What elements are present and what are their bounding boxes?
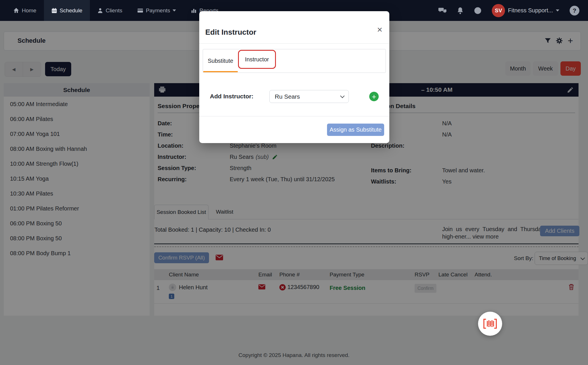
chevron-down-icon: [173, 9, 176, 11]
divider: [199, 43, 389, 44]
barcode-scan-fab[interactable]: [478, 312, 502, 336]
account-name: Fitness Support...: [508, 7, 553, 14]
nav-home-label: Home: [22, 7, 36, 14]
chevron-down-icon: [556, 9, 559, 11]
nav-schedule-label: Schedule: [60, 7, 82, 14]
barcode-icon: [483, 319, 497, 329]
divider: [199, 116, 389, 116]
nav-payments[interactable]: Payments: [130, 0, 183, 21]
home-icon: [13, 7, 19, 13]
modal-title: Edit Instructor: [205, 28, 256, 37]
person-icon: [97, 8, 103, 13]
chat-icon[interactable]: [438, 7, 446, 14]
modal-tabs: Substitute Instructor: [203, 49, 386, 73]
close-icon[interactable]: ×: [377, 25, 382, 34]
nav-home[interactable]: Home: [6, 0, 44, 21]
chevron-down-icon: [340, 94, 345, 98]
bell-icon[interactable]: [457, 7, 464, 14]
instructor-select-value: Ru Sears: [275, 93, 300, 100]
active-tab-underline: [203, 71, 238, 72]
instructor-select[interactable]: Ru Sears: [269, 90, 349, 103]
assign-as-substitute-button[interactable]: Assign as Substitute: [327, 124, 384, 136]
add-instructor-label: Add Instructor:: [210, 93, 254, 100]
bar-chart-icon: [191, 8, 197, 13]
tab-substitute[interactable]: Substitute: [203, 49, 238, 73]
nav-clients-label: Clients: [106, 7, 122, 14]
nav-payments-label: Payments: [146, 7, 170, 14]
tab-instructor[interactable]: Instructor: [238, 50, 276, 69]
account-menu[interactable]: SV Fitness Support...: [492, 4, 559, 17]
edit-instructor-modal: Edit Instructor × Substitute Instructor …: [199, 11, 389, 143]
add-instructor-plus-button[interactable]: +: [369, 92, 379, 101]
nav-schedule[interactable]: Schedule: [44, 0, 90, 21]
avatar[interactable]: SV: [492, 4, 505, 17]
calendar-icon: [51, 8, 57, 13]
history-clock-icon[interactable]: [474, 7, 481, 14]
nav-clients[interactable]: Clients: [90, 0, 130, 21]
help-icon[interactable]: ?: [570, 6, 579, 15]
credit-card-icon: [137, 8, 143, 13]
